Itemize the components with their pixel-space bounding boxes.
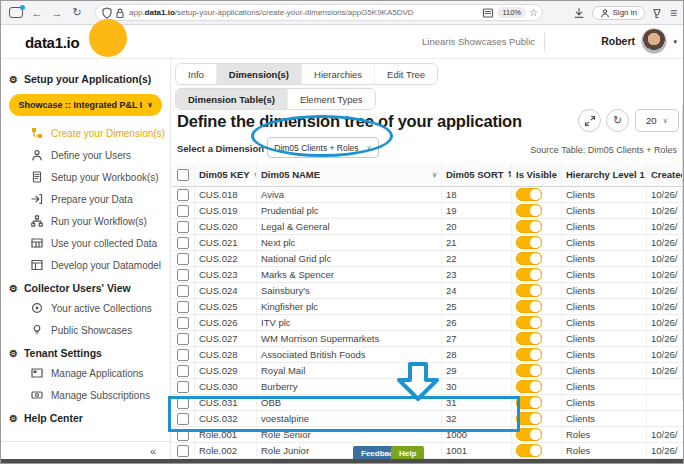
row-checkbox[interactable] [171, 219, 194, 234]
visibility-toggle[interactable] [511, 283, 561, 298]
application-selector-button[interactable]: Showcase :: Integrated P&L I∨ [9, 94, 162, 116]
row-checkbox[interactable] [171, 267, 194, 282]
visibility-toggle[interactable] [511, 443, 561, 458]
sidebar-collapse-button[interactable]: « [1, 441, 170, 459]
visibility-toggle[interactable] [511, 395, 561, 410]
firefox-view-icon[interactable] [9, 7, 23, 18]
col-key-label[interactable]: Dim05 KEY [199, 169, 250, 180]
col-sort-label[interactable]: Dim05 SORT [446, 169, 504, 180]
address-bar[interactable]: app.data1.io/setup-your-applications/cre… [95, 4, 543, 21]
col-level-label[interactable]: Hierarchy Level 1 [566, 169, 645, 180]
sidebar-item-define-your-users[interactable]: Define your Users [1, 144, 170, 166]
table-row: CUS.025 Kingfisher plc 25 Clients 10/26/ [171, 299, 684, 315]
sidebar-item-manage-applications[interactable]: Manage Applications [1, 362, 170, 384]
sidebar-item-use-your-collected-data[interactable]: Use your collected Data [1, 232, 170, 254]
visibility-toggle[interactable] [511, 203, 561, 218]
forward-icon[interactable]: → [47, 7, 67, 19]
row-checkbox[interactable] [171, 443, 194, 458]
visibility-toggle[interactable] [511, 267, 561, 282]
subtab-dimension-table-s-[interactable]: Dimension Table(s) [176, 89, 288, 109]
col-visible-label[interactable]: Is Visible [516, 169, 557, 180]
row-checkbox[interactable] [171, 411, 194, 426]
subtab-element-types[interactable]: Element Types [288, 89, 375, 109]
sidebar-section-collector-users-view[interactable]: ⚙Collector Users' View [1, 276, 170, 297]
visibility-toggle[interactable] [511, 251, 561, 266]
reader-mode-icon[interactable] [481, 6, 494, 19]
sidebar-item-create-your-dimension-s-[interactable]: Create your Dimension(s) [1, 122, 170, 144]
tab-info[interactable]: Info [176, 64, 217, 84]
viewport-edge [682, 105, 683, 401]
table-row: CUS.018 Aviva 18 Clients 10/26/ [171, 187, 684, 203]
dimension-table-dropdown[interactable]: Dim05 Clients + Roles∨ [267, 137, 379, 158]
visibility-toggle[interactable] [511, 331, 561, 346]
cell-hierarchy-level: Clients [561, 411, 646, 426]
tab-dimension-s-[interactable]: Dimension(s) [217, 64, 302, 84]
col-created-label[interactable]: Created [651, 169, 684, 180]
shield-icon[interactable] [100, 6, 113, 19]
tab-edit-tree[interactable]: Edit Tree [375, 64, 437, 84]
visibility-toggle[interactable] [511, 347, 561, 362]
cell-name: Royal Mail [256, 363, 441, 378]
sidebar-item-prepare-your-data[interactable]: Prepare your Data [1, 188, 170, 210]
visibility-toggle[interactable] [511, 187, 561, 202]
tab-hierarchies[interactable]: Hierarchies [302, 64, 375, 84]
row-checkbox[interactable] [171, 331, 194, 346]
visibility-toggle[interactable] [511, 427, 561, 442]
row-checkbox[interactable] [171, 283, 194, 298]
sidebar-item-setup-your-workbook-s-[interactable]: Setup your Workbook(s) [1, 166, 170, 188]
sidebar-item-label: Use your collected Data [51, 238, 157, 249]
cell-sort: 1000 [441, 427, 511, 442]
download-icon[interactable] [573, 6, 586, 19]
visibility-toggle[interactable] [511, 363, 561, 378]
row-checkbox[interactable] [171, 427, 194, 442]
user-menu-caret-icon[interactable]: ▾ [673, 38, 677, 46]
row-checkbox[interactable] [171, 235, 194, 250]
avatar[interactable] [641, 28, 667, 54]
bookmark-star-icon[interactable]: ☆ [529, 7, 538, 18]
visibility-toggle[interactable] [511, 379, 561, 394]
cell-name: Next plc [256, 235, 441, 250]
col-name-label[interactable]: Dim05 NAME [261, 169, 320, 180]
row-checkbox[interactable] [171, 315, 194, 330]
row-checkbox[interactable] [171, 395, 194, 410]
row-checkbox[interactable] [171, 299, 194, 314]
back-icon[interactable]: ← [27, 7, 47, 19]
sidebar-item-your-active-collections[interactable]: Your active Collections [1, 297, 170, 319]
extensions-icon[interactable] [651, 6, 664, 19]
sidebar-item-label: Setup your Workbook(s) [51, 172, 159, 183]
cell-hierarchy-level: Clients [561, 315, 646, 330]
sidebar-item-public-showcases[interactable]: Public Showcases [1, 319, 170, 341]
user-name[interactable]: Robert [601, 35, 635, 47]
visibility-toggle[interactable] [511, 315, 561, 330]
sidebar-item-develop-your-datamodel[interactable]: Develop your Datamodel [1, 254, 170, 276]
visibility-toggle[interactable] [511, 299, 561, 314]
expand-button[interactable] [578, 109, 601, 132]
chevron-down-icon[interactable]: ∨ [432, 171, 437, 179]
sidebar-section-setup-your-application-s-[interactable]: ⚙Setup your Application(s) [1, 67, 170, 88]
refresh-button[interactable]: ↻ [606, 109, 629, 132]
select-all-checkbox[interactable] [171, 163, 194, 186]
reload-icon[interactable]: ↻ [67, 6, 87, 19]
row-checkbox[interactable] [171, 363, 194, 378]
showcases-icon [31, 324, 43, 336]
page-size-select[interactable]: 20∨ [635, 109, 679, 132]
row-checkbox[interactable] [171, 251, 194, 266]
sidebar-section-help-center[interactable]: ⚙Help Center [1, 406, 170, 427]
sidebar-item-manage-subscriptions[interactable]: Manage Subscriptions [1, 384, 170, 406]
visibility-toggle[interactable] [511, 219, 561, 234]
menu-icon[interactable]: ≡ [670, 6, 677, 20]
cell-created: 10/26/ [646, 315, 684, 330]
visibility-toggle[interactable] [511, 235, 561, 250]
row-checkbox[interactable] [171, 379, 194, 394]
chevron-down-icon: ∨ [663, 116, 669, 125]
row-checkbox[interactable] [171, 187, 194, 202]
collections-icon [31, 302, 43, 314]
app-logo[interactable]: data1.io [25, 34, 79, 51]
sidebar-section-tenant-settings[interactable]: ⚙Tenant Settings [1, 341, 170, 362]
row-checkbox[interactable] [171, 347, 194, 362]
visibility-toggle[interactable] [511, 411, 561, 426]
zoom-level-badge[interactable]: 110% [497, 7, 526, 18]
sign-in-button[interactable]: Sign in [592, 6, 645, 20]
sidebar-item-run-your-workflow-s-[interactable]: Run your Workflow(s) [1, 210, 170, 232]
row-checkbox[interactable] [171, 203, 194, 218]
